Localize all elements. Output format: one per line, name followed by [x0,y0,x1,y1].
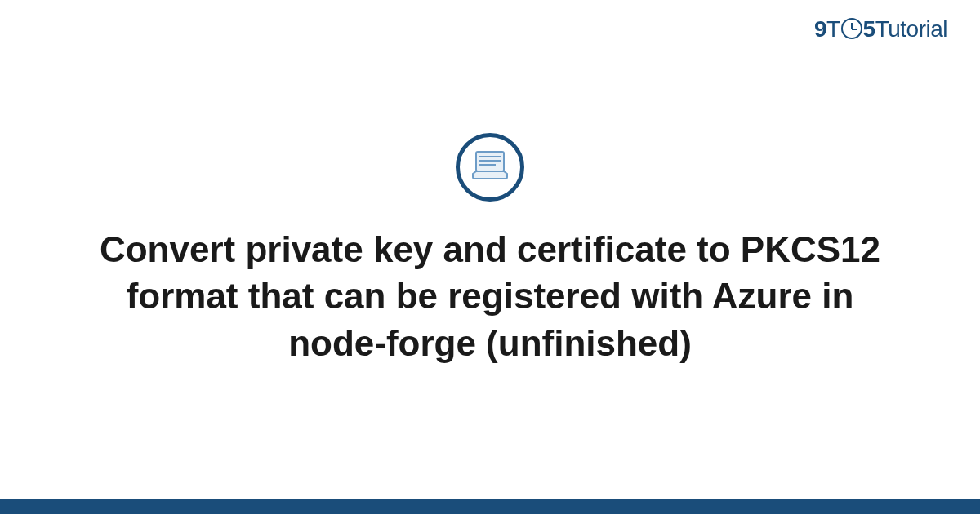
main-content: Convert private key and certificate to P… [0,0,980,499]
footer-bar [0,499,980,514]
laptop-icon [471,149,509,185]
page-icon-circle [456,133,524,202]
page-title: Convert private key and certificate to P… [98,226,882,366]
